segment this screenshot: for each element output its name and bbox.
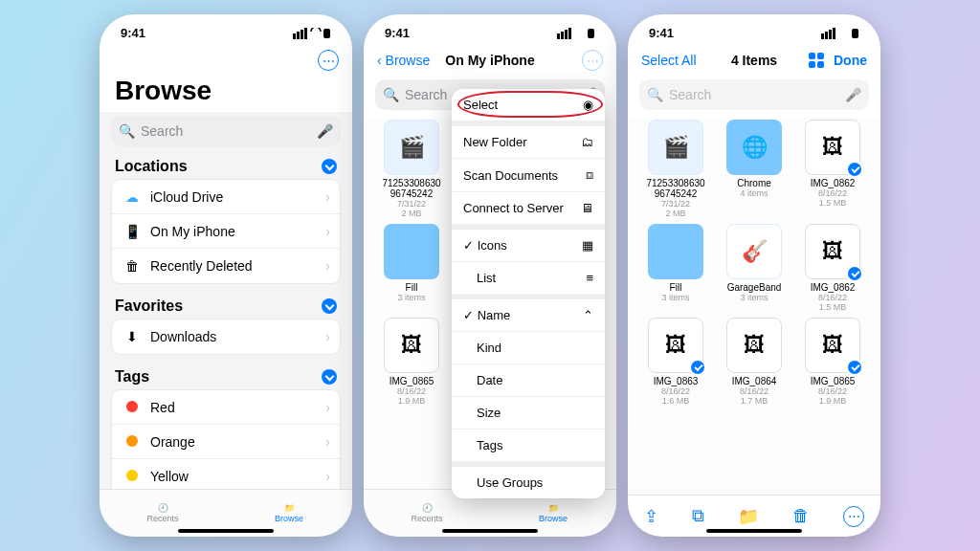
duplicate-button[interactable]: ⧉	[692, 506, 704, 526]
page-title: 4 Items	[731, 53, 777, 68]
more-button[interactable]: ⋯	[318, 50, 339, 71]
phone-icon: 📱	[122, 224, 143, 239]
menu-tags[interactable]: Tags	[452, 430, 605, 467]
favorites-list: ⬇︎Downloads›	[111, 319, 341, 355]
home-indicator[interactable]	[178, 529, 274, 533]
menu-name[interactable]: ✓ Name⌃	[452, 299, 605, 332]
svg-rect-2	[301, 30, 303, 39]
locations-header[interactable]: Locations	[100, 154, 352, 177]
file-item[interactable]: Fill3 items	[637, 224, 714, 312]
view-grid-icon[interactable]	[809, 53, 824, 68]
favorite-downloads[interactable]: ⬇︎Downloads›	[112, 320, 340, 354]
svg-rect-0	[293, 33, 296, 39]
chevron-down-icon	[322, 369, 337, 385]
svg-rect-8	[568, 28, 571, 39]
status-icons	[557, 26, 595, 40]
svg-rect-12	[829, 30, 832, 39]
file-item[interactable]: Fill3 items	[373, 224, 450, 312]
menu-list[interactable]: List≡	[452, 262, 605, 299]
menu-date[interactable]: Date	[452, 364, 605, 397]
mic-icon[interactable]: 🎤	[317, 123, 333, 139]
nav-row: ‹ Browse On My iPhone ⋯	[364, 47, 616, 74]
tag-orange[interactable]: Orange›	[112, 425, 340, 459]
status-time: 9:41	[649, 26, 674, 40]
list-icon: ≡	[586, 271, 593, 285]
menu-kind[interactable]: Kind	[452, 332, 605, 364]
checkmark-icon	[846, 161, 863, 178]
search-input[interactable]: 🔍 Search 🎤	[639, 79, 869, 110]
search-icon: 🔍	[647, 87, 663, 102]
chevron-down-icon	[322, 298, 337, 314]
file-item[interactable]: 🖼IMG_08628/16/221.5 MB	[794, 120, 871, 218]
tag-red[interactable]: Red›	[112, 390, 340, 425]
search-icon: 🔍	[383, 87, 399, 102]
svg-rect-14	[852, 29, 858, 38]
status-bar: 9:41	[628, 14, 880, 47]
done-button[interactable]: Done	[834, 53, 867, 68]
file-item[interactable]: 🌐Chrome4 items	[716, 120, 792, 218]
svg-rect-11	[825, 32, 828, 39]
file-item[interactable]: 🖼IMG_08628/16/221.5 MB	[794, 224, 871, 312]
move-button[interactable]: 📁	[738, 506, 759, 527]
favorites-header[interactable]: Favorites	[100, 294, 352, 317]
menu-connect[interactable]: Connect to Server🖥	[452, 192, 605, 230]
tag-yellow[interactable]: Yellow›	[112, 459, 340, 489]
back-button[interactable]: ‹ Browse	[377, 53, 430, 68]
file-item[interactable]: 🖼IMG_08658/16/221.9 MB	[794, 318, 871, 406]
search-input[interactable]: 🔍 Search 🎤	[111, 116, 341, 146]
server-icon: 🖥	[581, 201, 593, 215]
delete-button[interactable]: 🗑	[792, 506, 810, 526]
share-button[interactable]: ⇪	[644, 506, 658, 527]
chevron-down-icon	[322, 159, 337, 174]
select-all-button[interactable]: Select All	[641, 53, 697, 68]
chevron-right-icon: ›	[325, 189, 330, 205]
menu-size[interactable]: Size	[452, 397, 605, 430]
status-time: 9:41	[385, 26, 410, 40]
chevron-right-icon: ›	[325, 258, 330, 274]
svg-rect-1	[297, 32, 300, 39]
home-indicator[interactable]	[442, 529, 538, 533]
clock-icon: 🕘	[158, 503, 168, 513]
status-icons	[821, 26, 859, 40]
menu-icons[interactable]: ✓ Icons▦	[452, 230, 605, 262]
phone-browse: 9:41 ⋯ Browse 🔍 Search 🎤 Locations ☁︎iCl…	[100, 14, 352, 537]
file-item[interactable]: 🎸GarageBand3 items	[716, 224, 792, 312]
svg-rect-5	[557, 33, 560, 39]
search-icon: 🔍	[119, 123, 135, 139]
scan-icon: ⧈	[586, 167, 593, 183]
menu-select[interactable]: Select◉	[452, 89, 605, 126]
more-button[interactable]: ⋯	[582, 50, 603, 71]
file-item[interactable]: 🖼IMG_08648/16/221.7 MB	[716, 318, 792, 406]
file-item[interactable]: 🎬71253308630967452427/31/222 MB	[373, 120, 450, 218]
svg-rect-13	[833, 28, 835, 39]
file-item[interactable]: 🖼IMG_08638/16/221.6 MB	[637, 318, 714, 406]
grid-icon: ▦	[582, 238, 593, 253]
chevron-up-icon: ⌃	[583, 308, 593, 322]
menu-use-groups[interactable]: Use Groups	[452, 467, 605, 498]
mic-icon: 🎤	[845, 87, 861, 102]
phone-on-my-iphone: 9:41 ‹ Browse On My iPhone ⋯ 🔍 Search 🎤 …	[364, 14, 616, 537]
status-time: 9:41	[121, 26, 145, 40]
chevron-right-icon: ›	[325, 224, 330, 239]
file-item[interactable]: 🎬71253308630967452427/31/222 MB	[637, 120, 714, 218]
context-menu: Select◉ New Folder🗂 Scan Documents⧈ Conn…	[452, 89, 605, 498]
location-iphone[interactable]: 📱On My iPhone›	[112, 214, 340, 249]
tags-header[interactable]: Tags	[100, 364, 352, 387]
select-icon: ◉	[583, 98, 593, 112]
folder-icon: 📁	[548, 503, 559, 513]
status-bar: 9:41	[364, 14, 616, 47]
phone-selection: 9:41 Select All 4 Items Done 🔍 Search 🎤 …	[628, 14, 880, 537]
menu-scan[interactable]: Scan Documents⧈	[452, 159, 605, 192]
more-button[interactable]: ⋯	[843, 506, 864, 527]
menu-new-folder[interactable]: New Folder🗂	[452, 126, 605, 159]
file-grid: 🎬71253308630967452427/31/222 MB🌐Chrome4 …	[637, 120, 871, 406]
location-deleted[interactable]: 🗑Recently Deleted›	[112, 249, 340, 283]
folder-icon: 📁	[284, 503, 295, 513]
checkmark-icon	[846, 265, 863, 282]
file-item[interactable]: 🖼IMG_08658/16/221.9 MB	[373, 318, 450, 406]
home-indicator[interactable]	[706, 529, 802, 533]
svg-rect-6	[561, 32, 564, 39]
folder-plus-icon: 🗂	[581, 135, 593, 149]
location-icloud[interactable]: ☁︎iCloud Drive›	[112, 180, 340, 214]
svg-rect-10	[821, 33, 824, 39]
